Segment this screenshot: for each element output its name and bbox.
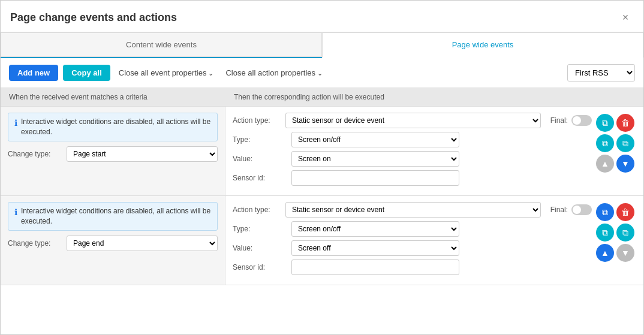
down-button-2[interactable]: ▼ bbox=[616, 244, 634, 262]
value-select-2[interactable]: Screen on Screen off bbox=[291, 240, 459, 256]
final-label-1: Final: bbox=[550, 116, 568, 125]
info-box-1: ℹ Interactive widget conditions are disa… bbox=[8, 113, 218, 141]
table-header: When the received event matches a criter… bbox=[1, 88, 643, 107]
final-row-2: Final: bbox=[546, 204, 592, 215]
table-header-right: Then the corresponding action will be ex… bbox=[234, 93, 635, 101]
change-type-label-2: Change type: bbox=[8, 239, 62, 248]
up-button-2[interactable]: ▲ bbox=[596, 244, 614, 262]
right-panel-2: Action type: Static sensor or device eve… bbox=[233, 202, 636, 279]
change-type-select-1[interactable]: Page start Page end Page refresh bbox=[67, 146, 218, 162]
value-row-2: Value: Screen on Screen off bbox=[233, 240, 592, 256]
up-button-1[interactable]: ▲ bbox=[596, 155, 614, 173]
event-left-panel-1: ℹ Interactive widget conditions are disa… bbox=[1, 107, 225, 195]
info-box-2: ℹ Interactive widget conditions are disa… bbox=[8, 202, 218, 231]
top-btn-row-1: ⧉ 🗑 bbox=[596, 114, 634, 132]
delete-button-1[interactable]: 🗑 bbox=[616, 114, 634, 132]
sensor-id-input-1[interactable] bbox=[291, 170, 459, 186]
value-select-1[interactable]: Screen on Screen off bbox=[291, 151, 459, 167]
change-type-row-1: Change type: Page start Page end Page re… bbox=[8, 146, 218, 162]
bot-btn-row-1: ▲ ▼ bbox=[596, 155, 634, 173]
add-new-button[interactable]: Add new bbox=[9, 65, 58, 81]
chevron-down-icon bbox=[208, 68, 213, 77]
mid-btn-row-2: ⧉ ⧉ bbox=[596, 224, 634, 242]
table-row: ℹ Interactive widget conditions are disa… bbox=[1, 196, 643, 285]
final-label-2: Final: bbox=[550, 206, 568, 214]
action-type-select-2[interactable]: Static sensor or device event Dynamic ev… bbox=[285, 202, 541, 218]
table-header-left: When the received event matches a criter… bbox=[9, 93, 234, 101]
duplicate-button-1[interactable]: ⧉ bbox=[596, 134, 614, 152]
right-panel-1: Action type: Static sensor or device eve… bbox=[233, 113, 636, 189]
toggle-knob-2 bbox=[573, 206, 581, 214]
event-right-panel-1: Action type: Static sensor or device eve… bbox=[225, 107, 643, 195]
action-type-row-2: Action type: Static sensor or device eve… bbox=[233, 202, 592, 218]
type-row-2: Type: Screen on/off Battery level Networ… bbox=[233, 221, 592, 237]
action-type-row-1: Action type: Static sensor or device eve… bbox=[233, 113, 592, 128]
change-type-label-1: Change type: bbox=[8, 150, 62, 158]
type-label-2: Type: bbox=[233, 225, 287, 233]
copy2-button-2[interactable]: ⧉ bbox=[616, 224, 634, 242]
bot-btn-row-2: ▲ ▼ bbox=[596, 244, 634, 262]
copy-all-button[interactable]: Copy all bbox=[63, 65, 110, 81]
type-row-1: Type: Screen on/off Battery level Networ… bbox=[233, 132, 592, 147]
delete-button-2[interactable]: 🗑 bbox=[616, 203, 634, 221]
chevron-down-icon bbox=[317, 68, 323, 77]
right-content-2: Action type: Static sensor or device eve… bbox=[233, 202, 592, 279]
close-action-properties-button[interactable]: Close all action properties bbox=[222, 65, 326, 81]
type-label-1: Type: bbox=[233, 135, 287, 144]
top-btn-row-2: ⧉ 🗑 bbox=[596, 203, 634, 221]
right-controls-1: ⧉ 🗑 ⧉ ⧉ ▲ ▼ bbox=[594, 113, 636, 189]
info-icon: ℹ bbox=[14, 207, 17, 219]
sensor-id-label-1: Sensor id: bbox=[233, 174, 287, 182]
tabs-container: Content wide events Page wide events bbox=[1, 32, 643, 58]
sensor-id-input-2[interactable] bbox=[291, 259, 459, 275]
mid-btn-row-1: ⧉ ⧉ bbox=[596, 134, 634, 152]
sensor-id-label-2: Sensor id: bbox=[233, 263, 287, 271]
value-row-1: Value: Screen on Screen off bbox=[233, 151, 592, 167]
close-dialog-button[interactable]: × bbox=[617, 9, 634, 26]
final-toggle-1[interactable] bbox=[571, 115, 592, 126]
copy-button-1[interactable]: ⧉ bbox=[596, 114, 614, 132]
tab-content-wide[interactable]: Content wide events bbox=[1, 32, 322, 57]
change-type-select-2[interactable]: Page start Page end Page refresh bbox=[67, 236, 218, 251]
type-select-1[interactable]: Screen on/off Battery level Network bbox=[291, 132, 459, 147]
change-type-row-2: Change type: Page start Page end Page re… bbox=[8, 236, 218, 251]
info-icon: ℹ bbox=[14, 117, 17, 129]
dialog: Page change events and actions × Content… bbox=[0, 0, 644, 335]
copy2-button-1[interactable]: ⧉ bbox=[616, 134, 634, 152]
action-type-select-1[interactable]: Static sensor or device event Dynamic ev… bbox=[285, 113, 541, 128]
action-type-label-2: Action type: bbox=[233, 206, 281, 214]
close-event-properties-button[interactable]: Close all event properties bbox=[115, 65, 218, 81]
rss-select[interactable]: First RSS Second RSS bbox=[567, 64, 635, 82]
toolbar: Add new Copy all Close all event propert… bbox=[1, 58, 643, 88]
value-label-1: Value: bbox=[233, 155, 287, 163]
duplicate-button-2[interactable]: ⧉ bbox=[596, 224, 614, 242]
sensor-id-row-1: Sensor id: bbox=[233, 170, 592, 186]
events-list: ℹ Interactive widget conditions are disa… bbox=[1, 107, 643, 334]
dialog-title: Page change events and actions bbox=[10, 11, 177, 24]
final-row-1: Final: bbox=[546, 115, 592, 126]
table-row: ℹ Interactive widget conditions are disa… bbox=[1, 107, 643, 196]
event-right-panel-2: Action type: Static sensor or device eve… bbox=[225, 196, 643, 285]
right-controls-2: ⧉ 🗑 ⧉ ⧉ ▲ ▼ bbox=[594, 202, 636, 279]
toggle-knob-1 bbox=[573, 116, 581, 125]
copy-button-2[interactable]: ⧉ bbox=[596, 203, 614, 221]
right-content-1: Action type: Static sensor or device eve… bbox=[233, 113, 592, 189]
type-select-2[interactable]: Screen on/off Battery level Network bbox=[291, 221, 459, 237]
down-button-1[interactable]: ▼ bbox=[616, 155, 634, 173]
sensor-id-row-2: Sensor id: bbox=[233, 259, 592, 275]
dialog-header: Page change events and actions × bbox=[1, 1, 643, 32]
event-left-panel-2: ℹ Interactive widget conditions are disa… bbox=[1, 196, 225, 285]
tab-page-wide[interactable]: Page wide events bbox=[322, 32, 643, 58]
final-toggle-2[interactable] bbox=[571, 204, 592, 215]
value-label-2: Value: bbox=[233, 244, 287, 252]
action-type-label-1: Action type: bbox=[233, 116, 281, 125]
